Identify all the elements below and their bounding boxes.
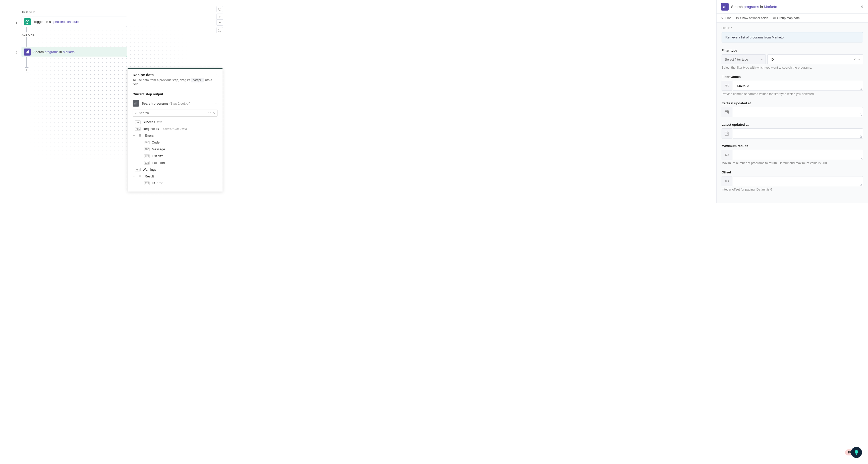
drag-handle-icon[interactable]: ⇅ <box>216 73 219 77</box>
step-number-1: 1 <box>16 21 17 25</box>
action-step-title: Search programs in Marketo <box>33 50 74 54</box>
number-type-icon: 123 <box>144 181 150 185</box>
string-type-icon: ABC <box>144 141 150 144</box>
svg-rect-1 <box>26 52 27 53</box>
connector-line <box>26 27 27 32</box>
tree-row[interactable]: ⊙● Success true <box>133 119 217 125</box>
trigger-step-card[interactable]: Trigger on a specified schedule <box>22 17 127 27</box>
svg-rect-4 <box>135 103 135 105</box>
action-step-card[interactable]: Search programs in Marketo <box>22 47 127 57</box>
step-number-2: 2 <box>16 51 17 55</box>
boolean-type-icon: ⊙● <box>135 120 141 124</box>
string-type-icon: ABC <box>144 148 150 151</box>
marketo-icon <box>133 100 139 107</box>
svg-rect-6 <box>136 102 137 105</box>
zoom-out-button[interactable]: − <box>217 20 223 26</box>
array-type-icon: ᴀʙᴄ <box>135 168 141 171</box>
connector-line <box>26 37 27 47</box>
string-type-icon: ABC <box>135 127 141 131</box>
marketo-icon <box>24 49 31 56</box>
fit-view-button[interactable] <box>217 27 223 33</box>
output-tree: ⊙● Success true ABC Request ID 146e#17f0… <box>133 119 217 186</box>
canvas-toolbar: + − <box>217 6 223 33</box>
connector-line <box>26 57 27 67</box>
tree-row[interactable]: ᴀʙᴄ Warnings <box>133 166 217 173</box>
recipe-data-subtitle: To use data from a previous step, drag i… <box>133 78 217 86</box>
svg-rect-2 <box>27 51 28 53</box>
tree-row[interactable]: 123 List index <box>133 160 217 166</box>
svg-rect-5 <box>135 103 136 105</box>
recipe-data-title: Recipe data <box>133 72 217 77</box>
actions-section-label: ACTIONS <box>22 33 35 36</box>
trigger-step-title: Trigger on a specified schedule <box>33 20 79 24</box>
svg-point-7 <box>135 112 136 114</box>
recipe-data-panel: Recipe data To use data from a previous … <box>128 68 222 192</box>
tree-row[interactable]: ▾ ☰ Errors <box>133 132 217 139</box>
add-step-button[interactable] <box>24 67 29 72</box>
zoom-in-button[interactable]: + <box>217 13 223 20</box>
chevron-down-icon: ⌄ <box>215 101 217 105</box>
list-type-icon: ☰ <box>137 175 143 178</box>
clock-icon <box>24 18 31 25</box>
undo-button[interactable] <box>217 6 223 12</box>
tree-row[interactable]: 123 List size <box>133 152 217 160</box>
datapill-search-input[interactable] <box>139 111 208 115</box>
number-type-icon: 123 <box>144 154 150 158</box>
tree-row[interactable]: ABC Code <box>133 139 217 146</box>
number-type-icon: 123 <box>144 161 150 165</box>
search-clear-icon[interactable]: ✕ <box>213 111 216 115</box>
datapill-search[interactable]: ˄ ˅ ✕ <box>133 110 217 117</box>
tree-row[interactable]: ABC Message <box>133 146 217 152</box>
tree-row[interactable]: 123 ID 1091 <box>133 180 217 186</box>
trigger-section-label: TRIGGER <box>22 10 35 13</box>
output-source-text: Search programs (Step 2 output) <box>142 101 190 105</box>
tree-row[interactable]: ▾ ☰ Result <box>133 173 217 180</box>
list-type-icon: ☰ <box>137 134 143 137</box>
caret-down-icon[interactable]: ▾ <box>133 134 135 137</box>
caret-down-icon[interactable]: ▾ <box>133 175 135 178</box>
search-nav[interactable]: ˄ ˅ <box>208 112 212 115</box>
output-source-row[interactable]: Search programs (Step 2 output) ⌄ <box>133 98 217 108</box>
current-output-label: Current step output <box>133 92 217 96</box>
svg-rect-3 <box>28 50 29 53</box>
tree-row[interactable]: ABC Request ID 146e#17f03b029ca <box>133 125 217 132</box>
